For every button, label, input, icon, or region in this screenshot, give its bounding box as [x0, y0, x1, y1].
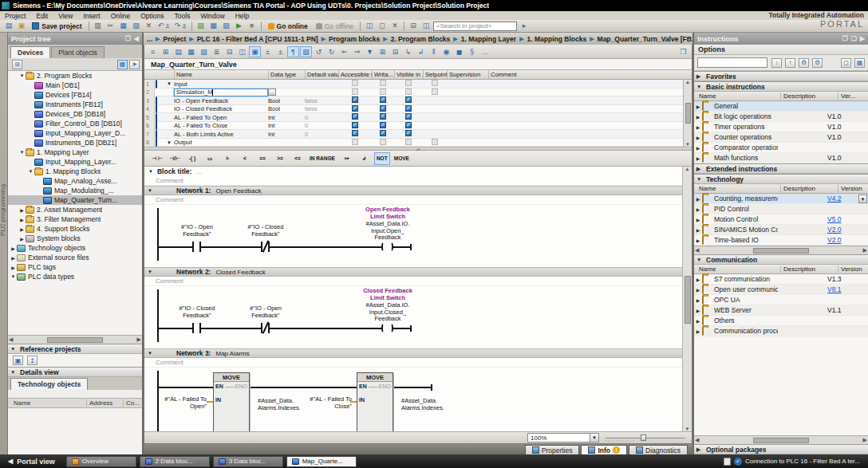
instruction-search-input[interactable] — [697, 57, 767, 68]
inspector-tab[interactable]: Info ! — [581, 445, 627, 454]
editor-toolbar-icon[interactable]: ◼ — [453, 46, 465, 57]
tree-expander[interactable]: ▶ — [18, 236, 26, 242]
network-2-header[interactable]: ▼ Network 2: Closed Feedback — [144, 267, 682, 277]
network-2-ladder[interactable]: #"IO - ClosedFeedback" #"IO - OpenFeedba… — [144, 286, 682, 348]
editor-toolbar-icon[interactable]: ≡ — [147, 46, 159, 57]
tree-item[interactable]: ▼ 1. Mapping Layer — [8, 147, 142, 157]
row-expander[interactable]: ▼ — [164, 81, 174, 86]
toolbar-icon[interactable]: ◫ — [420, 21, 432, 31]
instruction-category-row[interactable]: ▶ Motion Control V5.0▼ — [694, 214, 868, 225]
toolbar-icon[interactable]: ⊟ — [408, 21, 419, 31]
interface-table-row[interactable]: 3 IO - Open Feedback …Bool false — [144, 96, 692, 105]
toolbar-icon[interactable]: ▶ — [234, 21, 245, 31]
toolbar-icon[interactable]: ↶ ± — [156, 21, 172, 31]
float-panel-icon[interactable]: ❐ — [125, 35, 131, 42]
instruction-category-row[interactable]: ▶ General — [694, 101, 868, 112]
search-tool-icon[interactable]: ↓ — [771, 58, 782, 68]
instruction-category-row[interactable]: ▶ SINAMICS Motion Control V2.0▼ — [694, 225, 868, 235]
data-type-cell[interactable]: …Bool — [268, 105, 305, 112]
member-name-cell[interactable]: AL - Both Limits Active — [174, 131, 268, 138]
go-offline-button[interactable]: Go offline — [313, 21, 357, 31]
reference-projects-section[interactable]: ▼Reference projects — [8, 344, 142, 354]
tree-item[interactable]: ▶ PLC tags — [8, 262, 142, 272]
tree-expander[interactable]: ▶ — [10, 246, 17, 251]
setpoint-checkbox[interactable] — [432, 80, 438, 86]
writable-checkbox[interactable] — [380, 105, 386, 112]
communication-section[interactable]: ▼Communication — [694, 254, 868, 265]
accessible-checkbox[interactable] — [352, 96, 358, 103]
basic-instructions-section[interactable]: ▼Basic instructions — [694, 81, 868, 92]
toolbar-icon[interactable]: ▨ — [195, 21, 207, 31]
collapse-panel-icon[interactable]: ◀ — [134, 35, 139, 42]
ladder-tool-button[interactable]: <= — [290, 152, 306, 165]
breadcrumb-item[interactable]: Map_Quarter_Turn_Valve [FB2] — [598, 35, 692, 43]
details-toggle-icon[interactable]: ▦ — [117, 60, 128, 69]
toolbar-icon[interactable]: ▥ — [93, 21, 104, 31]
technology-hscrollbar[interactable]: ◀▶ — [694, 246, 868, 254]
visible-checkbox[interactable] — [405, 96, 412, 103]
dock-panel-icon[interactable]: ❏ — [851, 35, 857, 42]
tree-item[interactable]: ▼ 2. Program Blocks — [8, 71, 142, 81]
tree-item[interactable]: Map_Quarter_Turn... — [8, 195, 142, 205]
network-2-comment[interactable]: Comment — [144, 277, 682, 286]
setpoint-checkbox[interactable] — [432, 88, 438, 95]
menu-item[interactable]: View — [58, 12, 73, 20]
visible-checkbox[interactable] — [405, 113, 412, 120]
default-value-cell[interactable]: false — [305, 105, 338, 112]
zoom-slider-handle[interactable] — [641, 435, 646, 441]
editor-toolbar-icon[interactable]: ≣ — [211, 46, 223, 57]
member-name-cell[interactable]: Input — [174, 81, 268, 88]
ladder-tool-button[interactable]: ⊣ ⊢ — [149, 152, 165, 165]
member-name-cell[interactable]: IO - Closed Feedback — [174, 105, 268, 112]
no-contact[interactable] — [192, 242, 201, 252]
network-3-comment[interactable]: Comment — [144, 358, 682, 368]
toolbar-icon[interactable]: ▧ — [131, 21, 142, 31]
accessible-checkbox[interactable] — [352, 88, 358, 95]
tree-item[interactable]: Map_Analog_Asse... — [8, 176, 142, 186]
editor-toolbar-icon[interactable]: ◫ — [236, 46, 248, 57]
default-value-cell[interactable]: 0 — [305, 114, 338, 121]
row-expander[interactable]: ▼ — [164, 140, 174, 145]
instruction-category-row[interactable]: ▶ Math functions V1.0 — [694, 153, 868, 163]
editor-toolbar-icon[interactable]: ⊟ — [389, 46, 401, 57]
taskbar-tab[interactable]: Map_Quarte... — [286, 456, 357, 467]
toolbar-icon[interactable]: ▦ — [208, 21, 219, 31]
move-block[interactable]: MOVE EN ENO IN — [213, 372, 250, 431]
save-project-button[interactable]: Save project — [29, 21, 85, 31]
editor-toolbar-icon[interactable]: ± — [274, 46, 286, 57]
default-value-cell[interactable]: 0 — [305, 122, 338, 129]
tree-expander[interactable]: ▼ — [10, 274, 17, 279]
instruction-category-row[interactable]: ▶ Timer operations V1.0 — [694, 122, 868, 132]
network-3-ladder[interactable]: MOVE EN ENO IN #"AL - Failed ToOpen" #As… — [144, 368, 682, 431]
instruction-category-row[interactable]: ▶ OPC UA — [694, 295, 868, 305]
menu-item[interactable]: Options — [140, 12, 164, 20]
connection-status[interactable]: ✓ Connection to PLC 16 - Filter Bed A te… — [724, 458, 868, 466]
inspector-tab[interactable]: Properties ! — [525, 445, 580, 454]
search-go-button[interactable]: ▸ — [519, 21, 530, 31]
data-type-cell[interactable]: …Int — [268, 131, 305, 138]
search-tool-icon[interactable]: ↑ — [785, 58, 795, 68]
editor-toolbar-icon[interactable]: ▣ — [249, 46, 261, 57]
open-reference-icon[interactable]: ▣ — [13, 356, 23, 365]
table-vscrollbar[interactable]: ▲▼ — [683, 80, 692, 147]
menu-item[interactable]: Insert — [83, 12, 100, 20]
data-type-cell[interactable]: …Bool — [268, 97, 305, 104]
editor-toolbar-icon[interactable]: ▼ — [364, 46, 376, 57]
output-coil[interactable] — [381, 242, 393, 252]
accessible-checkbox[interactable] — [352, 105, 358, 112]
network-1-comment[interactable]: Comment — [144, 195, 682, 205]
toolbar-icon[interactable]: ◻ — [377, 21, 388, 31]
interface-table-row[interactable]: 2 Simulation_M … — [144, 88, 692, 97]
editor-toolbar-icon[interactable]: ▦ — [185, 46, 197, 57]
output-coil[interactable] — [381, 323, 393, 333]
network-3-header[interactable]: ▼ Network 3: Map Alarms — [144, 348, 682, 358]
tree-item[interactable]: ▶ 3. Filter Management — [8, 214, 142, 224]
network-1-ladder[interactable]: #"IO - OpenFeedback" #"IO - ClosedFeedba… — [144, 205, 682, 267]
go-online-button[interactable]: Go online — [265, 21, 311, 31]
editor-toolbar-icon[interactable]: ± — [262, 46, 274, 57]
tree-expander[interactable]: ▼ — [18, 150, 26, 155]
editor-toolbar-icon[interactable]: ▧ — [198, 46, 210, 57]
favorites-section[interactable]: ▶Favorites — [694, 71, 868, 81]
tree-item[interactable]: Filter_Control_DB [DB10] — [8, 119, 142, 128]
search-in-project-input[interactable]: <Search in project> — [433, 22, 517, 31]
